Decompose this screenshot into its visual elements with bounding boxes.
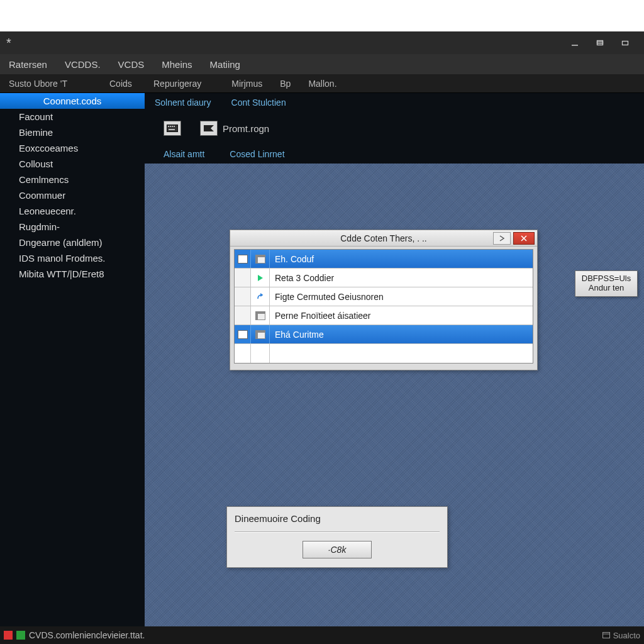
confirm-dialog: Dineemuoire Coding ·C8k [226, 506, 448, 568]
menu-item-4[interactable]: Matiing [201, 54, 249, 74]
link-row: Alsait amtt Cosed Linrnet [145, 145, 644, 164]
sidebar-item-3[interactable]: Colloust [0, 156, 145, 172]
secondary-toolbar: Susto Ubore 'T Coids Repurigeray Mirjmus… [0, 74, 644, 93]
dialog-prev-button[interactable] [493, 232, 511, 245]
status-text: CVDS.comlenienclevieier.ttat. [29, 630, 145, 640]
row-icon-a [235, 287, 251, 306]
svg-rect-2 [597, 41, 603, 45]
status-dot-green [16, 631, 25, 640]
confirm-dialog-separator [235, 531, 440, 532]
sec-item-2[interactable]: Repurigeray [145, 74, 210, 92]
row-label-2: Figte Cermuted Geiusnoren [270, 287, 533, 306]
dialog-listbox: Eh. Coduf Reta 3 Coddier Fig [234, 249, 533, 364]
list-row-0[interactable]: Eh. Coduf [235, 250, 533, 269]
right-action-line2: Andur ten [575, 283, 637, 296]
svg-rect-13 [602, 633, 609, 638]
link-a[interactable]: Alsait amtt [164, 149, 204, 159]
menu-item-2[interactable]: VCDS [109, 54, 153, 74]
close-icon [521, 235, 527, 242]
row-icon-a [235, 269, 251, 287]
status-dot-red [4, 631, 13, 640]
svg-rect-8 [174, 126, 175, 127]
window-maximize-button[interactable] [587, 34, 613, 52]
row-label-1: Reta 3 Coddier [270, 269, 533, 287]
svg-rect-6 [170, 126, 171, 127]
svg-rect-7 [172, 126, 173, 127]
title-asterisk: * [6, 36, 11, 50]
tool-chip-2-label: Promt.rogn [223, 123, 269, 134]
dialog-close-button[interactable] [513, 232, 535, 245]
svg-marker-10 [204, 125, 214, 131]
row-icon-b [251, 306, 270, 325]
tool-chip-2[interactable]: Promt.rogn [200, 121, 269, 136]
keyboard-icon [164, 121, 181, 136]
app-root: * Ratersen VCDDS. VCDS Mheins Matiing Su… [0, 0, 644, 644]
subtab-0[interactable]: Solnent diaury [145, 93, 221, 112]
list-row-3[interactable]: Perne Fnoïtieet áisatieer [235, 306, 533, 325]
svg-rect-5 [168, 126, 169, 127]
right-action-button[interactable]: DBFPSS=Uls Andur ten [575, 270, 638, 297]
list-row-2[interactable]: Figte Cermuted Geiusnoren [235, 287, 533, 306]
tool-chip-1[interactable] [164, 121, 181, 136]
grid-icon [255, 255, 265, 264]
icon-toolbar: Promt.rogn [145, 112, 644, 145]
sidebar-item-5[interactable]: Coommuer [0, 187, 145, 203]
sec-item-3[interactable]: Mirjmus [223, 74, 271, 92]
sidebar-item-6[interactable]: Leoneuecenr. [0, 203, 145, 219]
sidebar: Coonnet.cods Facount Biemine Eoxccoeames… [0, 93, 145, 626]
sidebar-item-9[interactable]: IDS manol Frodmes. [0, 250, 145, 266]
row-icon-b [251, 250, 270, 268]
titlebar: * [0, 31, 644, 54]
sidebar-item-4[interactable]: Cemlmencs [0, 172, 145, 187]
sidebar-item-7[interactable]: Rugdmin- [0, 219, 145, 235]
row-icon-b [251, 269, 270, 287]
menubar: Ratersen VCDDS. VCDS Mheins Matiing [0, 54, 644, 74]
menu-item-0[interactable]: Ratersen [0, 54, 56, 74]
code-list-dialog: Cdde Coten Thers, . .. Eh. Coduf [230, 230, 538, 370]
doc-icon [238, 330, 248, 339]
window-minimize-button[interactable] [562, 34, 587, 52]
subtab-1[interactable]: Cont Stulctien [221, 93, 296, 112]
confirm-ok-button[interactable]: ·C8k [303, 541, 372, 558]
row-label-3: Perne Fnoïtieet áisatieer [270, 306, 533, 325]
grid-icon [255, 311, 265, 320]
sec-item-4[interactable]: Bp [271, 74, 299, 92]
row-label-blank [270, 344, 533, 363]
row-icon-a [235, 344, 251, 363]
window-icon [602, 631, 611, 640]
sidebar-top-selected[interactable]: Coonnet.cods [0, 93, 145, 109]
content-column: Solnent diaury Cont Stulctien Promt.rogn [145, 93, 644, 626]
menu-item-1[interactable]: VCDDS. [56, 54, 109, 74]
list-row-1[interactable]: Reta 3 Coddier [235, 269, 533, 287]
statusbar: CVDS.comlenienclevieier.ttat. Sualcto [0, 626, 644, 644]
right-action-line1: DBFPSS=Uls [575, 271, 637, 283]
row-icon-b [251, 344, 270, 363]
status-right-label: Sualcto [613, 631, 640, 640]
list-row-4[interactable]: Ehá Curitme [235, 325, 533, 344]
svg-rect-3 [623, 42, 628, 45]
row-icon-b [251, 325, 270, 343]
sidebar-item-2[interactable]: Eoxccoeames [0, 140, 145, 156]
confirm-dialog-label: Dineemuoire Coding [235, 513, 440, 524]
dialog-titlebar[interactable]: Cdde Coten Thers, . .. [230, 230, 537, 247]
row-icon-a [235, 250, 251, 268]
doc-icon [238, 255, 248, 264]
sidebar-item-1[interactable]: Biemine [0, 125, 145, 140]
sidebar-item-0[interactable]: Facount [0, 109, 145, 125]
sidebar-item-10[interactable]: Mibita WTT/|D/Eret8 [0, 266, 145, 282]
window-restore-button[interactable] [613, 34, 638, 52]
link-b[interactable]: Cosed Linrnet [230, 149, 284, 159]
sec-item-0[interactable]: Susto Ubore 'T [0, 74, 101, 92]
svg-rect-1 [597, 42, 603, 44]
list-row-blank[interactable] [235, 344, 533, 363]
row-icon-a [235, 306, 251, 325]
sidebar-item-8[interactable]: Dngearne (anldlem) [0, 235, 145, 250]
menu-item-3[interactable]: Mheins [153, 54, 201, 74]
status-right[interactable]: Sualcto [602, 631, 640, 640]
grid-icon [255, 330, 265, 339]
flag-icon [200, 121, 218, 136]
sec-item-1[interactable]: Coids [101, 74, 145, 92]
row-label-4: Ehá Curitme [270, 325, 533, 343]
row-icon-a [235, 325, 251, 343]
sec-item-5[interactable]: Mallon. [299, 74, 345, 92]
